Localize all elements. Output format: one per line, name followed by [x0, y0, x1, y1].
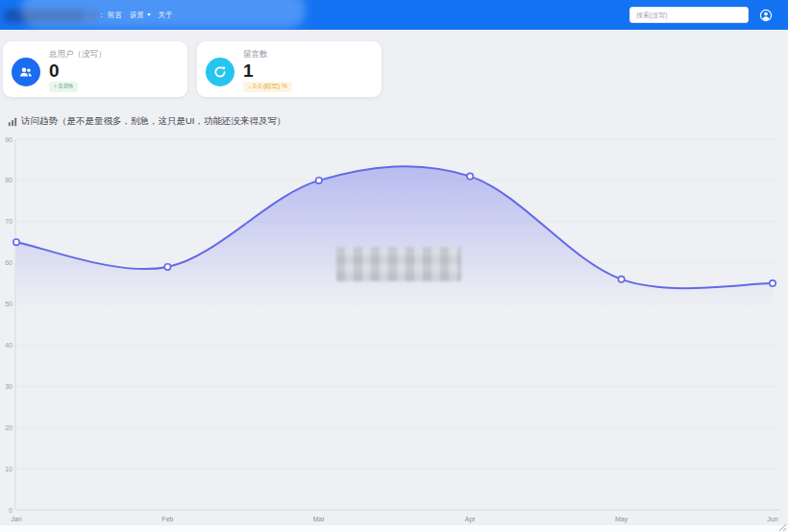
resize-grip-icon[interactable] — [778, 523, 787, 532]
y-tick-label: 80 — [5, 177, 12, 183]
chart-point — [618, 277, 624, 282]
stat-card-comments: 留言数 1 ↓ 0.0 (瞎写) % — [197, 41, 382, 97]
nav-item-about[interactable]: 关于 — [159, 11, 173, 20]
stat-card-users: 总用户（没写） 0 ↑ 0.0% — [3, 41, 187, 97]
stat-card-comments-trend-badge: ↓ 0.0 (瞎写) % — [243, 82, 292, 92]
caret-down-icon — [147, 13, 151, 16]
x-tick-label: Mar — [313, 516, 326, 522]
trend-chart-svg: 0102030405060708090JanFebMarAprMayJun — [0, 134, 788, 532]
stat-card-comments-body: 留言数 1 ↓ 0.0 (瞎写) % — [243, 46, 292, 92]
nav-item-settings[interactable]: 设置 — [130, 11, 151, 20]
x-tick-label: Jan — [11, 516, 21, 522]
brand-colon: ： — [98, 0, 106, 30]
y-tick-label: 0 — [9, 507, 12, 514]
x-tick-label: Feb — [161, 516, 173, 522]
y-tick-label: 90 — [5, 136, 12, 143]
bar-chart-icon — [8, 117, 17, 127]
team-icon — [12, 58, 40, 86]
chart-point — [13, 239, 19, 245]
y-tick-label: 70 — [5, 218, 12, 225]
chart-point — [770, 280, 776, 286]
x-tick-label: Apr — [465, 516, 477, 523]
y-tick-label: 20 — [5, 424, 12, 431]
y-tick-label: 50 — [5, 301, 12, 307]
chart-point — [164, 264, 170, 270]
message-cycle-icon — [206, 58, 234, 86]
nav-item-messages[interactable]: 留言 — [108, 11, 122, 20]
y-tick-label: 60 — [5, 259, 12, 266]
dashboard-page: ： 留言 设置 关于 — [0, 0, 788, 532]
stat-card-comments-value: 1 — [243, 60, 292, 81]
nav-menu: 留言 设置 关于 — [108, 0, 173, 30]
x-tick-label: Jun — [767, 516, 777, 522]
stat-card-users-title: 总用户（没写） — [49, 49, 107, 60]
chart-title: 访问趋势（是不是量很多，别急，这只是UI，功能还没来得及写） — [21, 115, 286, 128]
nav-item-settings-label: 设置 — [130, 11, 144, 20]
y-tick-label: 10 — [5, 466, 12, 472]
stat-cards-row: 总用户（没写） 0 ↑ 0.0% 留言数 1 ↓ 0.0 (瞎写) % — [3, 41, 382, 97]
stat-card-users-body: 总用户（没写） 0 ↑ 0.0% — [49, 46, 107, 92]
stat-card-users-value: 0 — [49, 60, 107, 81]
chart-point — [316, 178, 322, 183]
chart-title-row: 访问趋势（是不是量很多，别急，这只是UI，功能还没来得及写） — [8, 115, 286, 128]
user-avatar-icon[interactable] — [759, 9, 773, 22]
bottom-strip — [0, 525, 788, 532]
top-navbar: ： 留言 设置 关于 — [0, 0, 788, 30]
blurred-watermark — [336, 247, 461, 281]
chart-point — [467, 173, 473, 179]
y-tick-label: 30 — [5, 383, 12, 390]
search-input[interactable] — [629, 7, 749, 23]
stat-card-comments-title: 留言数 — [243, 49, 292, 60]
y-tick-label: 40 — [5, 342, 12, 349]
trend-area — [16, 166, 773, 510]
x-tick-label: May — [615, 516, 628, 523]
stat-card-users-trend-badge: ↑ 0.0% — [49, 82, 78, 92]
